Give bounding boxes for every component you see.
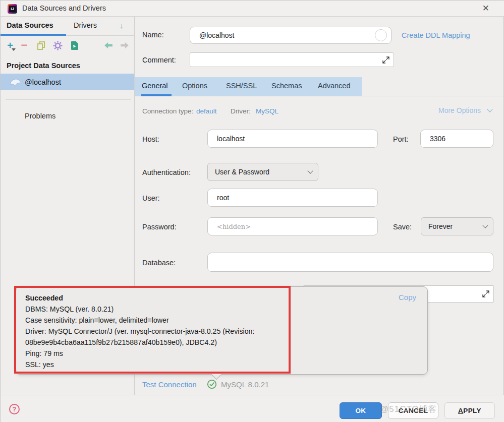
- result-line-driver: Driver: MySQL Connector/J (ver. mysql-co…: [25, 326, 304, 348]
- list-divider: [6, 99, 131, 100]
- tab-data-sources[interactable]: Data Sources: [7, 21, 53, 29]
- active-form-tab-underline: [141, 94, 172, 96]
- more-options-link[interactable]: More Options: [438, 106, 481, 114]
- result-line-ssl: SSL: yes: [25, 359, 304, 370]
- authentication-label: Authentication:: [142, 168, 191, 176]
- close-icon[interactable]: ✕: [482, 3, 489, 14]
- back-button[interactable]: [103, 40, 114, 51]
- result-line-ping: Ping: 79 ms: [25, 348, 304, 359]
- tab-general[interactable]: General: [142, 82, 168, 90]
- gear-icon: [53, 41, 63, 50]
- intellij-app-icon: IJ: [8, 4, 17, 14]
- password-label: Password:: [142, 223, 177, 231]
- mysql-dolphin-icon: [10, 78, 22, 86]
- forward-button[interactable]: [119, 40, 130, 51]
- name-label: Name:: [142, 31, 164, 39]
- connection-type-value[interactable]: default: [196, 107, 217, 115]
- port-label: Port:: [393, 135, 409, 143]
- test-connection-result-popup: Copy Succeeded DBMS: MySQL (ver. 8.0.21)…: [16, 286, 428, 375]
- ok-button[interactable]: OK: [340, 402, 382, 419]
- add-data-source-button[interactable]: +: [5, 40, 16, 51]
- cancel-button[interactable]: CANCEL: [388, 402, 438, 419]
- data-source-label: @localhost: [25, 78, 61, 86]
- arrow-right-icon: [120, 42, 129, 49]
- comment-input[interactable]: [190, 52, 394, 67]
- help-icon[interactable]: ?: [9, 404, 20, 414]
- chevron-down-icon: [482, 222, 488, 228]
- tab-drivers[interactable]: Drivers: [74, 21, 97, 29]
- test-connection-link[interactable]: Test Connection: [142, 380, 197, 389]
- remove-data-source-button[interactable]: −: [19, 40, 30, 51]
- host-input[interactable]: [207, 130, 378, 148]
- project-data-sources-header: Project Data Sources: [7, 62, 80, 70]
- port-input[interactable]: [420, 130, 493, 148]
- settings-button[interactable]: [52, 40, 63, 51]
- tab-schemas[interactable]: Schemas: [271, 82, 302, 90]
- result-text: Succeeded DBMS: MySQL (ver. 8.0.21) Case…: [25, 292, 304, 370]
- data-source-item-localhost[interactable]: @localhost: [1, 74, 134, 90]
- user-label: User:: [142, 194, 160, 202]
- window-title: Data Sources and Drivers: [22, 4, 106, 12]
- result-line-dbms: DBMS: MySQL (ver. 8.0.21): [25, 304, 304, 315]
- name-input[interactable]: [190, 27, 391, 44]
- save-value: Forever: [428, 222, 453, 230]
- expand-icon[interactable]: [482, 290, 489, 297]
- save-label: Save:: [393, 223, 412, 231]
- save-select[interactable]: Forever: [421, 217, 493, 235]
- tab-advanced[interactable]: Advanced: [318, 82, 351, 90]
- title-bar: IJ Data Sources and Drivers ✕: [1, 1, 504, 17]
- problems-link[interactable]: Problems: [25, 112, 55, 120]
- driver-value[interactable]: MySQL: [256, 107, 278, 115]
- db-version-text: MySQL 8.0.21: [221, 380, 269, 389]
- authentication-select[interactable]: User & Password: [207, 163, 318, 181]
- left-tab-strip: Data Sources Drivers ↓: [1, 17, 134, 36]
- document-arrow-icon: [71, 41, 79, 50]
- user-input[interactable]: [207, 189, 378, 207]
- duplicate-button[interactable]: [36, 40, 47, 51]
- success-check-icon: [207, 379, 217, 389]
- apply-mnemonic: A: [458, 407, 463, 414]
- apply-rest: PPLY: [463, 407, 481, 414]
- dropdown-caret-icon: [12, 48, 16, 51]
- authentication-value: User & Password: [215, 168, 269, 176]
- chevron-down-icon: [307, 168, 313, 173]
- tab-ssh-ssl[interactable]: SSH/SSL: [226, 82, 257, 90]
- result-status: Succeeded: [25, 292, 304, 304]
- host-label: Host:: [142, 135, 159, 143]
- duplicate-icon: [37, 41, 45, 50]
- database-label: Database:: [142, 259, 176, 267]
- database-input[interactable]: [207, 253, 493, 272]
- minus-icon: −: [21, 39, 28, 52]
- arrow-left-icon: [104, 42, 113, 49]
- result-line-case: Case sensitivity: plain=lower, delimited…: [25, 315, 304, 326]
- comment-label: Comment:: [142, 56, 176, 64]
- copy-link[interactable]: Copy: [399, 293, 416, 302]
- tab-options[interactable]: Options: [182, 82, 207, 90]
- active-tab-underline: [1, 34, 66, 36]
- tab-overflow-down-icon[interactable]: ↓: [120, 21, 124, 30]
- connection-type-label: Connection type:: [142, 107, 193, 115]
- import-ddl-button[interactable]: [69, 40, 80, 51]
- data-sources-dialog: IJ Data Sources and Drivers ✕ Data Sourc…: [0, 0, 504, 422]
- expand-icon[interactable]: [382, 56, 389, 64]
- chevron-down-icon: [487, 106, 492, 112]
- create-ddl-mapping-link[interactable]: Create DDL Mapping: [402, 31, 470, 39]
- name-status-ring-icon: [375, 29, 387, 41]
- driver-label: Driver:: [231, 107, 251, 115]
- password-input[interactable]: [207, 217, 378, 235]
- tab-strip-border: [135, 96, 504, 96]
- apply-button[interactable]: APPLY: [444, 402, 495, 419]
